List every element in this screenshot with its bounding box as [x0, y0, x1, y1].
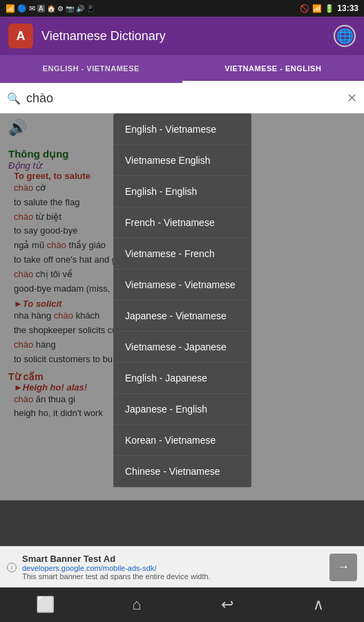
dropdown-item-8[interactable]: English - Japanese: [114, 363, 251, 394]
nav-button-recents[interactable]: ⬜: [32, 591, 59, 619]
app-header: A Vietnamese Dictionary 🌐: [0, 17, 364, 55]
ad-banner: i Smart Banner Test Ad developers.google…: [0, 546, 364, 587]
dropdown-item-7[interactable]: Vietnamese - Japanese: [114, 332, 251, 363]
recents-icon: ⬜: [36, 596, 55, 614]
bottom-nav: ⬜ ⌂ ↩ ∧: [0, 587, 364, 622]
dropdown-item-3[interactable]: French - Vietnamese: [114, 207, 251, 238]
dropdown-menu: English - Vietnamese Vietnamese English …: [113, 113, 251, 487]
dropdown-item-4[interactable]: Vietnamese - French: [114, 238, 251, 270]
status-bar: 📶 🔵 ✉ A 🏠 ⚙ 📷 🔊 📱 🚫 📶 🔋 13:33: [0, 0, 364, 17]
ad-title: Smart Banner Test Ad: [22, 554, 324, 564]
search-icon: 🔍: [7, 92, 21, 105]
dropdown-item-9[interactable]: Japanese - English: [114, 394, 251, 425]
back-icon: ↩: [221, 596, 233, 614]
ad-link[interactable]: developers.google.com/mobile-ads-sdk/: [22, 564, 324, 572]
dropdown-item-10[interactable]: Korean - Vietnamese: [114, 425, 251, 456]
ad-info-icon: i: [7, 563, 17, 572]
search-clear-icon[interactable]: ✕: [347, 91, 357, 106]
main-content: 🔊 Thông dụng Động từ: To greet, to salut…: [0, 113, 364, 500]
status-icons-left: 📶 🔵 ✉ A 🏠 ⚙ 📷 🔊 📱: [6, 4, 95, 13]
nav-button-up[interactable]: ∧: [305, 591, 332, 619]
nav-button-home[interactable]: ⌂: [123, 591, 151, 619]
dropdown-item-5[interactable]: Vietnamese - Vietnamese: [114, 270, 251, 301]
ad-text-block: Smart Banner Test Ad developers.google.c…: [22, 554, 324, 581]
app-title: Vietnamese Dictionary: [41, 29, 325, 44]
dropdown-item-11[interactable]: Chinese - Vietnamese: [114, 456, 251, 487]
app-logo: A: [8, 23, 33, 48]
ad-description: This smart banner test ad spans the enti…: [22, 572, 324, 581]
home-icon: ⌂: [132, 596, 141, 614]
ad-arrow-button[interactable]: →: [329, 554, 357, 581]
search-input[interactable]: [26, 91, 341, 106]
dropdown-item-0[interactable]: English - Vietnamese: [114, 114, 251, 145]
tab-vietnamese-english[interactable]: VIETNAMESE - ENGLISH: [182, 55, 365, 83]
status-icons-right: 🚫 📶 🔋 13:33: [300, 3, 358, 13]
up-icon: ∧: [313, 596, 324, 614]
search-bar: 🔍 ✕: [0, 83, 364, 113]
status-time: 13:33: [337, 3, 358, 13]
tab-english-vietnamese[interactable]: ENGLISH - VIETNAMESE: [0, 55, 182, 83]
nav-button-back[interactable]: ↩: [213, 591, 241, 619]
dropdown-item-6[interactable]: Japanese - Vietnamese: [114, 301, 251, 332]
ad-arrow-icon: →: [337, 560, 349, 574]
globe-icon[interactable]: 🌐: [334, 25, 356, 47]
dropdown-item-2[interactable]: English - English: [114, 176, 251, 207]
dropdown-item-1[interactable]: Vietnamese English: [114, 145, 251, 176]
tab-bar: ENGLISH - VIETNAMESE VIETNAMESE - ENGLIS…: [0, 55, 364, 83]
